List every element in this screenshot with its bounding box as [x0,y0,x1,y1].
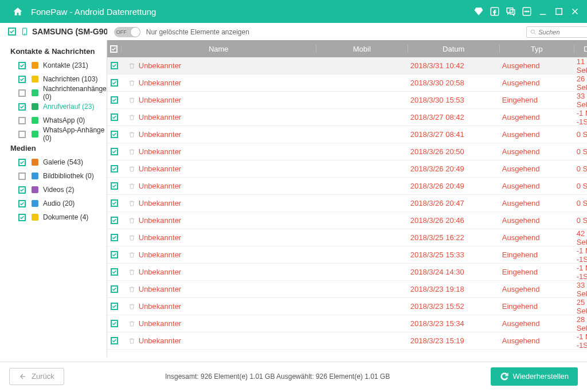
sidebar-item[interactable]: Videos (2) [18,183,107,196]
table-row[interactable]: Unbekannter2018/3/23 15:34Ausgehend28 Se… [107,315,587,332]
cell-dauer: 33 Sekunden [574,92,587,109]
table-row[interactable]: Unbekannter2018/3/30 15:53Eingehend33 Se… [107,92,587,109]
row-checkbox[interactable] [111,268,118,276]
back-button[interactable]: Zurück [9,368,64,385]
item-checkbox[interactable] [18,214,26,221]
sidebar-item[interactable]: Bildbibliothek (0) [18,170,107,182]
row-checkbox[interactable] [111,165,118,173]
table-row[interactable]: Unbekannter2018/3/24 14:30Eingehend-1 Mi… [107,264,587,281]
cell-typ: Ausgehend [500,285,574,293]
select-all-checkbox[interactable] [110,45,118,53]
row-checkbox[interactable] [111,62,118,69]
sidebar-item[interactable]: Nachrichten (103) [18,73,107,85]
col-datum[interactable]: Datum [408,45,500,53]
device-label[interactable]: SAMSUNG (SM-G900F) [8,26,120,37]
sidebar-item[interactable]: Galerie (543) [18,156,107,168]
item-checkbox[interactable] [18,173,26,180]
row-checkbox[interactable] [111,182,118,190]
item-checkbox[interactable] [18,117,26,124]
table-row[interactable]: Unbekannter2018/3/23 15:52Eingehend25 Se… [107,298,587,315]
item-checkbox[interactable] [18,186,26,194]
minimize-icon[interactable] [538,6,548,17]
row-checkbox[interactable] [111,251,118,258]
row-checkbox[interactable] [111,113,118,121]
sidebar-item-label: Kontakte (231) [43,61,88,69]
row-checkbox[interactable] [111,303,118,310]
sidebar-item[interactable]: Audio (20) [18,197,107,210]
facebook-icon[interactable] [490,6,500,17]
sidebar-item[interactable]: WhatsApp-Anhänge (0) [18,128,107,140]
table-row[interactable]: Unbekannter2018/3/26 20:47Ausgehend0 Sek… [107,195,587,212]
table-row[interactable]: Unbekannter2018/3/27 08:41Ausgehend0 Sek… [107,126,587,143]
trash-icon [128,62,135,69]
search-input[interactable] [538,29,587,36]
sidebar-item[interactable]: Dokumente (4) [18,211,107,224]
col-typ[interactable]: Typ [500,45,574,53]
cell-datum: 2018/3/26 20:47 [408,199,500,207]
maximize-icon[interactable] [554,6,564,17]
cell-datum: 2018/3/23 15:34 [408,319,500,328]
row-checkbox[interactable] [111,96,118,104]
table-row[interactable]: Unbekannter2018/3/25 16:22Ausgehend42 Se… [107,229,587,246]
cell-datum: 2018/3/31 10:42 [408,61,500,70]
item-checkbox[interactable] [18,76,26,83]
feedback-icon[interactable] [506,6,516,17]
row-checkbox[interactable] [111,217,118,224]
col-dauer[interactable]: Dauer [574,45,587,53]
item-checkbox[interactable] [18,103,26,111]
home-icon[interactable] [13,6,23,17]
table-row[interactable]: Unbekannter2018/3/25 15:33Eingehend-1 Mi… [107,246,587,264]
diamond-icon[interactable] [473,6,484,17]
cell-typ: Ausgehend [500,216,574,225]
row-checkbox[interactable] [111,285,118,293]
menu-icon[interactable] [522,6,532,17]
row-checkbox[interactable] [111,199,118,207]
sidebar: Kontakte & Nachrichten Kontakte (231)Nac… [0,40,107,357]
table-row[interactable]: Unbekannter2018/3/23 15:19Ausgehend-1 Mi… [107,332,587,350]
sidebar-item[interactable]: WhatsApp (0) [18,114,107,127]
table-row[interactable]: Unbekannter2018/3/26 20:50Ausgehend0 Sek… [107,143,587,160]
table-row[interactable]: Unbekannter2018/3/30 20:58Ausgehend26 Se… [107,75,587,92]
table-row[interactable]: Unbekannter2018/3/26 20:49Ausgehend0 Sek… [107,160,587,178]
search-box[interactable] [526,26,587,38]
row-checkbox[interactable] [111,320,118,327]
table-row[interactable]: Unbekannter2018/3/27 08:42Ausgehend-1 Mi… [107,109,587,126]
sidebar-item[interactable]: Anrufverlauf (23) [18,100,107,113]
item-checkbox[interactable] [18,159,26,166]
svg-line-23 [534,33,535,34]
item-checkbox[interactable] [18,200,26,207]
main-panel: OFF Nur gelöschte Elemente anzeigen Name… [107,40,587,357]
table-row[interactable]: Unbekannter2018/3/23 19:18Ausgehend33 Se… [107,281,587,298]
device-checkbox[interactable] [8,28,16,36]
col-mobil[interactable]: Mobil [316,45,408,53]
deleted-only-toggle[interactable]: OFF [114,27,140,37]
cell-datum: 2018/3/25 15:33 [408,250,500,259]
table-body[interactable]: Unbekannter2018/3/31 10:42Ausgehend11 Se… [107,57,587,357]
row-checkbox[interactable] [111,234,118,241]
cell-name: Unbekannter [139,182,181,190]
trash-icon [128,338,135,344]
cell-name: Unbekannter [139,250,181,259]
cell-dauer: -1 Minute -1Sekunde [574,246,587,264]
row-checkbox[interactable] [111,79,118,87]
svg-rect-15 [32,117,38,124]
item-checkbox[interactable] [18,131,26,138]
sidebar-item[interactable]: Nachrichtenanhänge (0) [18,87,107,99]
contacts-icon [30,61,40,70]
table-row[interactable]: Unbekannter2018/3/26 20:46Ausgehend0 Sek… [107,212,587,229]
row-checkbox[interactable] [111,337,118,344]
sidebar-item[interactable]: Kontakte (231) [18,59,107,72]
item-checkbox[interactable] [18,89,26,97]
row-checkbox[interactable] [111,131,118,138]
row-checkbox[interactable] [111,148,118,155]
close-icon[interactable] [570,6,580,17]
cell-name: Unbekannter [139,268,181,276]
cell-dauer: 11 Sekunden [574,57,587,75]
col-name[interactable]: Name [122,45,316,53]
table-row[interactable]: Unbekannter2018/3/26 20:49Ausgehend0 Sek… [107,178,587,195]
item-checkbox[interactable] [18,62,26,69]
recover-button[interactable]: Wiederherstellen [491,367,578,386]
table-row[interactable]: Unbekannter2018/3/31 10:42Ausgehend11 Se… [107,57,587,75]
svg-rect-6 [556,9,562,15]
sidebar-item-label: Dokumente (4) [43,213,88,221]
